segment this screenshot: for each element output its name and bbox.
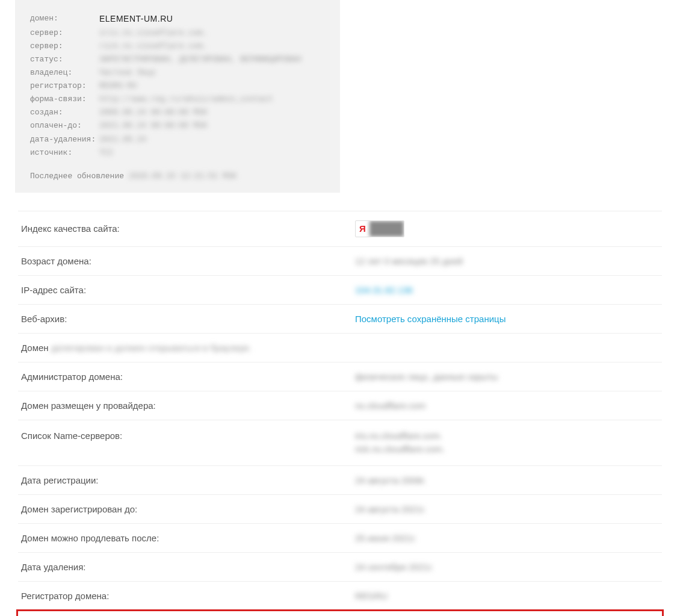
whois-footer: Последнее обновление 2020.09.15 12:21:51… xyxy=(30,172,325,181)
whois-panel: домен: ELEMENT-UM.RU сервер: iris.ns.clo… xyxy=(15,0,340,193)
whois-row-created: создан: 2008.08.24 00:00:00 MSK xyxy=(30,106,325,119)
label-renew: Домен можно продлевать после: xyxy=(21,533,355,543)
row-provider: Домен размещен у провайдера: ns.cloudfla… xyxy=(18,391,662,420)
whois-row-contact: форма-связи: http://www.reg.ru/whois/adm… xyxy=(30,93,325,106)
row-ip: IP-адрес сайта: 104.31.82.136 xyxy=(18,276,662,305)
whois-value-contact: http://www.reg.ru/whois/admin_contact xyxy=(99,93,325,106)
value-reguntil: 24 августа 2021г. xyxy=(355,504,659,514)
row-age: Возраст домена: 12 лет 0 месяцев 25 дней xyxy=(18,247,662,276)
value-provider: ns.cloudflare.com xyxy=(355,400,659,411)
row-admin: Администратор домена: физическое лицо, д… xyxy=(18,362,662,391)
ns-item-2: rick.ns.cloudflare.com. xyxy=(355,443,659,456)
whois-row-owner: владелец: Частное Лицо xyxy=(30,66,325,79)
row-ns: Список Name-серверов: iris.ns.cloudflare… xyxy=(18,420,662,466)
value-regdate: 24 августа 2008г. xyxy=(355,475,659,485)
whois-value-server1: iris.ns.cloudflare.com. xyxy=(99,26,325,40)
yandex-icon: Я xyxy=(356,222,369,235)
value-renew: 25 июня 2021г. xyxy=(355,533,659,543)
ns-item-1: iris.ns.cloudflare.com. xyxy=(355,429,659,443)
quality-badge: Я 120 xyxy=(355,220,404,237)
whois-label-server2: сервер: xyxy=(30,40,99,53)
whois-footer-time: 2020.09.15 12:21:51 MSK xyxy=(129,172,236,181)
whois-row-status: статус: ЗАРЕГИСТРИРОВАН, ДЕЛЕГИРОВАН, ВЕ… xyxy=(30,53,325,66)
label-deldate: Дата удаления: xyxy=(21,562,355,572)
label-archive: Веб-архив: xyxy=(21,314,355,324)
whois-label-paid: оплачен-до: xyxy=(30,119,99,132)
label-regdate: Дата регистрации: xyxy=(21,475,355,485)
label-reguntil: Домен зарегистрирован до: xyxy=(21,504,355,514)
ip-link[interactable]: 104.31.82.136 xyxy=(355,285,413,295)
domain-status-prefix: Домен xyxy=(21,343,51,353)
whois-label-delete: дата-удаления: xyxy=(30,133,99,146)
label-quality: Индекс качества сайта: xyxy=(21,223,355,234)
label-registrar: Регистратор домена: xyxy=(21,591,355,601)
value-quality: Я 120 xyxy=(355,220,659,237)
value-ns: iris.ns.cloudflare.com. rick.ns.cloudfla… xyxy=(355,429,659,456)
value-ip: 104.31.82.136 xyxy=(355,285,659,295)
row-regdate: Дата регистрации: 24 августа 2008г. xyxy=(18,466,662,495)
row-registrar: Регистратор домена: REGRU xyxy=(18,582,662,610)
row-deldate: Дата удаления: 24 сентября 2021г. xyxy=(18,553,662,582)
quality-score: 120 xyxy=(369,221,404,237)
whois-label-registrar: регистратор: xyxy=(30,79,99,93)
row-archive: Веб-архив: Посмотреть сохранённые страни… xyxy=(18,305,662,334)
row-reguntil: Домен зарегистрирован до: 24 августа 202… xyxy=(18,495,662,524)
label-ns: Список Name-серверов: xyxy=(21,431,355,441)
label-admin: Администратор домена: xyxy=(21,372,355,382)
value-age: 12 лет 0 месяцев 25 дней xyxy=(355,256,659,266)
row-renew: Домен можно продлевать после: 25 июня 20… xyxy=(18,524,662,553)
whois-label-contact: форма-связи: xyxy=(30,93,99,106)
row-domain-status: Домен делегирован и должен открываться в… xyxy=(18,334,662,362)
whois-row-server1: сервер: iris.ns.cloudflare.com. xyxy=(30,26,325,40)
whois-label-source: источник: xyxy=(30,146,99,160)
value-archive: Посмотреть сохранённые страницы xyxy=(355,314,659,324)
whois-value-paid: 2021.08.24 00:00:00 MSK xyxy=(99,119,325,132)
whois-value-server2: rick.ns.cloudflare.com. xyxy=(99,40,325,53)
row-contact-highlighted: Форма связи с администратором: http://ww… xyxy=(16,609,664,616)
row-quality: Индекс качества сайта: Я 120 xyxy=(18,211,662,247)
archive-link[interactable]: Посмотреть сохранённые страницы xyxy=(355,314,505,324)
whois-label-status: статус: xyxy=(30,53,99,66)
whois-label-domain: домен: xyxy=(30,12,99,26)
whois-label-owner: владелец: xyxy=(30,66,99,79)
value-registrar: REGRU xyxy=(355,591,659,601)
value-admin: физическое лицо, данные скрыты xyxy=(355,372,659,382)
whois-value-delete: 2021.09.24 xyxy=(99,133,325,146)
whois-label-server1: сервер: xyxy=(30,26,99,40)
whois-label-created: создан: xyxy=(30,106,99,119)
label-ip: IP-адрес сайта: xyxy=(21,285,355,295)
domain-status-suffix: делегирован и должен открываться в брауз… xyxy=(51,343,252,353)
value-deldate: 24 сентября 2021г. xyxy=(355,562,659,572)
whois-row-domain: домен: ELEMENT-UM.RU xyxy=(30,12,325,26)
whois-value-owner: Частное Лицо xyxy=(99,66,325,79)
whois-footer-prefix: Последнее обновление xyxy=(30,172,129,181)
whois-row-server2: сервер: rick.ns.cloudflare.com. xyxy=(30,40,325,53)
whois-value-status: ЗАРЕГИСТРИРОВАН, ДЕЛЕГИРОВАН, ВЕРИФИЦИРО… xyxy=(99,53,325,66)
whois-value-registrar: REGRU-RU xyxy=(99,79,325,93)
label-age: Возраст домена: xyxy=(21,256,355,266)
whois-value-domain: ELEMENT-UM.RU xyxy=(99,12,325,26)
whois-row-source: источник: TCI xyxy=(30,146,325,160)
whois-row-delete: дата-удаления: 2021.09.24 xyxy=(30,133,325,146)
whois-row-registrar: регистратор: REGRU-RU xyxy=(30,79,325,93)
whois-value-created: 2008.08.24 00:00:00 MSK xyxy=(99,106,325,119)
label-provider: Домен размещен у провайдера: xyxy=(21,400,355,411)
whois-row-paid: оплачен-до: 2021.08.24 00:00:00 MSK xyxy=(30,119,325,132)
whois-value-source: TCI xyxy=(99,146,325,160)
